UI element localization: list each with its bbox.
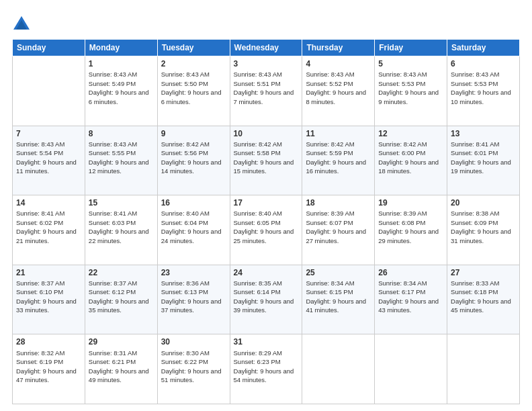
day-info: Sunrise: 8:43 AMSunset: 5:50 PMDaylight:… [161,71,222,105]
day-number: 14 [16,197,81,208]
calendar-cell: 14Sunrise: 8:41 AMSunset: 6:02 PMDayligh… [13,195,85,265]
calendar-week-row: 28Sunrise: 8:32 AMSunset: 6:19 PMDayligh… [13,334,520,404]
day-info: Sunrise: 8:38 AMSunset: 6:09 PMDaylight:… [451,210,511,244]
day-number: 5 [378,58,443,69]
calendar-cell: 10Sunrise: 8:42 AMSunset: 5:58 PMDayligh… [230,126,302,195]
calendar-cell: 4Sunrise: 8:43 AMSunset: 5:52 PMDaylight… [302,56,375,126]
day-number: 31 [234,336,299,347]
day-number: 22 [89,267,154,278]
logo-icon [12,15,31,34]
calendar-cell: 9Sunrise: 8:42 AMSunset: 5:56 PMDaylight… [157,126,230,195]
day-info: Sunrise: 8:41 AMSunset: 6:02 PMDaylight:… [16,210,77,244]
day-number: 24 [234,267,299,278]
header [12,12,520,34]
day-number: 9 [161,128,226,139]
day-number: 8 [89,128,154,139]
calendar-cell: 8Sunrise: 8:43 AMSunset: 5:55 PMDaylight… [85,126,157,195]
day-info: Sunrise: 8:39 AMSunset: 6:08 PMDaylight:… [378,210,439,244]
day-info: Sunrise: 8:36 AMSunset: 6:13 PMDaylight:… [161,279,222,314]
calendar-week-row: 7Sunrise: 8:43 AMSunset: 5:54 PMDaylight… [13,126,520,195]
weekday-header-friday: Friday [375,40,447,56]
day-info: Sunrise: 8:43 AMSunset: 5:52 PMDaylight:… [306,71,366,105]
day-number: 25 [306,267,371,278]
day-info: Sunrise: 8:43 AMSunset: 5:53 PMDaylight:… [451,71,511,105]
weekday-header-wednesday: Wednesday [230,40,302,56]
calendar-cell [375,334,447,404]
weekday-header-tuesday: Tuesday [157,40,230,56]
calendar-cell: 31Sunrise: 8:29 AMSunset: 6:23 PMDayligh… [230,334,302,404]
day-info: Sunrise: 8:42 AMSunset: 5:58 PMDaylight:… [234,140,294,175]
weekday-header-thursday: Thursday [302,40,375,56]
day-info: Sunrise: 8:41 AMSunset: 6:03 PMDaylight:… [89,210,149,244]
calendar-cell: 21Sunrise: 8:37 AMSunset: 6:10 PMDayligh… [13,265,85,334]
day-number: 16 [161,197,226,208]
day-info: Sunrise: 8:40 AMSunset: 6:04 PMDaylight:… [161,210,222,244]
calendar-cell: 11Sunrise: 8:42 AMSunset: 5:59 PMDayligh… [302,126,375,195]
calendar-cell: 24Sunrise: 8:35 AMSunset: 6:14 PMDayligh… [230,265,302,334]
calendar-cell [447,334,520,404]
calendar-page: SundayMondayTuesdayWednesdayThursdayFrid… [0,0,532,411]
calendar-cell: 5Sunrise: 8:43 AMSunset: 5:53 PMDaylight… [375,56,447,126]
day-info: Sunrise: 8:43 AMSunset: 5:55 PMDaylight:… [89,140,149,175]
day-number: 30 [161,336,226,347]
logo [12,15,34,34]
calendar-cell: 13Sunrise: 8:41 AMSunset: 6:01 PMDayligh… [447,126,520,195]
day-number: 10 [234,128,299,139]
day-info: Sunrise: 8:35 AMSunset: 6:14 PMDaylight:… [234,279,294,314]
calendar-week-row: 21Sunrise: 8:37 AMSunset: 6:10 PMDayligh… [13,265,520,334]
calendar-cell: 17Sunrise: 8:40 AMSunset: 6:05 PMDayligh… [230,195,302,265]
day-info: Sunrise: 8:29 AMSunset: 6:23 PMDaylight:… [234,349,294,384]
calendar-cell: 15Sunrise: 8:41 AMSunset: 6:03 PMDayligh… [85,195,157,265]
day-info: Sunrise: 8:34 AMSunset: 6:17 PMDaylight:… [378,279,439,314]
calendar-cell: 22Sunrise: 8:37 AMSunset: 6:12 PMDayligh… [85,265,157,334]
calendar-cell: 2Sunrise: 8:43 AMSunset: 5:50 PMDaylight… [157,56,230,126]
calendar-week-row: 14Sunrise: 8:41 AMSunset: 6:02 PMDayligh… [13,195,520,265]
calendar-cell: 3Sunrise: 8:43 AMSunset: 5:51 PMDaylight… [230,56,302,126]
weekday-header-sunday: Sunday [13,40,85,56]
day-number: 13 [451,128,516,139]
calendar-cell: 20Sunrise: 8:38 AMSunset: 6:09 PMDayligh… [447,195,520,265]
calendar-cell: 30Sunrise: 8:30 AMSunset: 6:22 PMDayligh… [157,334,230,404]
calendar-cell: 18Sunrise: 8:39 AMSunset: 6:07 PMDayligh… [302,195,375,265]
day-info: Sunrise: 8:34 AMSunset: 6:15 PMDaylight:… [306,279,366,314]
day-info: Sunrise: 8:39 AMSunset: 6:07 PMDaylight:… [306,210,366,244]
day-number: 17 [234,197,299,208]
calendar-cell: 7Sunrise: 8:43 AMSunset: 5:54 PMDaylight… [13,126,85,195]
calendar-cell: 29Sunrise: 8:31 AMSunset: 6:21 PMDayligh… [85,334,157,404]
calendar-cell: 6Sunrise: 8:43 AMSunset: 5:53 PMDaylight… [447,56,520,126]
day-info: Sunrise: 8:42 AMSunset: 5:56 PMDaylight:… [161,140,222,175]
day-info: Sunrise: 8:37 AMSunset: 6:12 PMDaylight:… [89,279,149,314]
calendar-cell: 26Sunrise: 8:34 AMSunset: 6:17 PMDayligh… [375,265,447,334]
day-number: 7 [16,128,81,139]
day-info: Sunrise: 8:30 AMSunset: 6:22 PMDaylight:… [161,349,222,384]
day-info: Sunrise: 8:32 AMSunset: 6:19 PMDaylight:… [16,349,77,384]
day-number: 23 [161,267,226,278]
day-number: 3 [234,58,299,69]
calendar-cell [13,56,85,126]
calendar-week-row: 1Sunrise: 8:43 AMSunset: 5:49 PMDaylight… [13,56,520,126]
day-number: 29 [89,336,154,347]
day-info: Sunrise: 8:40 AMSunset: 6:05 PMDaylight:… [234,210,294,244]
day-number: 2 [161,58,226,69]
day-number: 20 [451,197,516,208]
day-number: 11 [306,128,371,139]
weekday-header-saturday: Saturday [447,40,520,56]
day-number: 21 [16,267,81,278]
day-info: Sunrise: 8:41 AMSunset: 6:01 PMDaylight:… [451,140,511,175]
calendar-cell: 1Sunrise: 8:43 AMSunset: 5:49 PMDaylight… [85,56,157,126]
day-number: 12 [378,128,443,139]
day-info: Sunrise: 8:37 AMSunset: 6:10 PMDaylight:… [16,279,77,314]
calendar-cell: 19Sunrise: 8:39 AMSunset: 6:08 PMDayligh… [375,195,447,265]
day-info: Sunrise: 8:43 AMSunset: 5:49 PMDaylight:… [89,71,149,105]
day-number: 28 [16,336,81,347]
day-number: 26 [378,267,443,278]
calendar-cell: 23Sunrise: 8:36 AMSunset: 6:13 PMDayligh… [157,265,230,334]
day-info: Sunrise: 8:43 AMSunset: 5:53 PMDaylight:… [378,71,439,105]
calendar-table: SundayMondayTuesdayWednesdayThursdayFrid… [12,39,520,404]
weekday-header-monday: Monday [85,40,157,56]
weekday-header-row: SundayMondayTuesdayWednesdayThursdayFrid… [13,40,520,56]
calendar-cell [302,334,375,404]
day-number: 6 [451,58,516,69]
day-info: Sunrise: 8:31 AMSunset: 6:21 PMDaylight:… [89,349,149,384]
calendar-cell: 27Sunrise: 8:33 AMSunset: 6:18 PMDayligh… [447,265,520,334]
